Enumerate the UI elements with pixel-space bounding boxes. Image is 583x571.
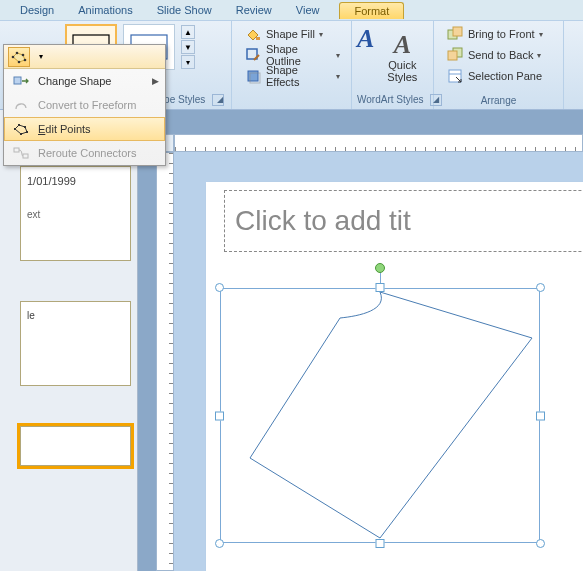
menu-change-shape-label: Change Shape: [38, 75, 146, 87]
rotate-handle[interactable]: [375, 263, 385, 273]
bring-front-label: Bring to Front: [468, 28, 535, 40]
pencil-outline-icon: [245, 47, 261, 63]
svg-rect-24: [23, 154, 28, 158]
tab-animations[interactable]: Animations: [66, 1, 144, 19]
menu-convert-freeform-label: Convert to Freeform: [38, 99, 159, 111]
handle-sw[interactable]: [215, 539, 224, 548]
selected-shape[interactable]: [220, 288, 540, 543]
svg-point-14: [22, 53, 25, 56]
slide-canvas[interactable]: Click to add tit: [206, 182, 583, 571]
title-placeholder-text: Click to add tit: [235, 205, 411, 237]
ribbon-tabs: Design Animations Slide Show Review View…: [0, 0, 583, 20]
handle-s[interactable]: [376, 539, 385, 548]
svg-point-15: [24, 58, 27, 61]
slide-thumb-1[interactable]: 1/01/1999 ext: [20, 166, 131, 261]
bring-front-icon: [447, 26, 463, 42]
menu-change-shape[interactable]: Change Shape ▶: [4, 69, 165, 93]
menu-reroute-label: Reroute Connectors: [38, 147, 159, 159]
gallery-more[interactable]: ▾: [181, 55, 195, 69]
menu-reroute-connectors: Reroute Connectors: [4, 141, 165, 165]
selection-pane-button[interactable]: Selection Pane: [441, 66, 558, 86]
send-back-label: Send to Back: [468, 49, 533, 61]
tab-slideshow[interactable]: Slide Show: [145, 1, 224, 19]
slide-thumb-3[interactable]: [20, 426, 131, 466]
shape-effects-button[interactable]: Shape Effects▾: [239, 66, 346, 86]
slide-date-text: 1/01/1999: [27, 175, 124, 187]
slide-panel: 1/01/1999 ext le: [0, 110, 138, 571]
group-wordart-styles: A A Quick Styles WordArt Styles ◢: [352, 21, 434, 109]
svg-rect-21: [26, 131, 28, 133]
tab-design[interactable]: Design: [8, 1, 66, 19]
tab-view[interactable]: View: [284, 1, 332, 19]
svg-rect-9: [448, 51, 457, 60]
svg-rect-2: [256, 37, 260, 40]
handle-nw[interactable]: [215, 283, 224, 292]
svg-rect-23: [14, 148, 19, 152]
svg-rect-22: [20, 133, 22, 135]
edit-shape-icon: [11, 50, 27, 64]
menu-convert-freeform: Convert to Freeform: [4, 93, 165, 117]
handle-ne[interactable]: [536, 283, 545, 292]
shape-outline-button[interactable]: Shape Outline▾: [239, 45, 346, 65]
freeform-shape[interactable]: [220, 288, 540, 543]
edit-shape-split-button[interactable]: [8, 47, 30, 67]
shape-fill-button[interactable]: Shape Fill▾: [239, 24, 346, 44]
menu-edit-points[interactable]: Edit Points: [4, 117, 165, 141]
group-arrange: Bring to Front▾ Send to Back▾ Selection …: [434, 21, 564, 109]
tab-review[interactable]: Review: [224, 1, 284, 19]
svg-rect-17: [14, 77, 21, 84]
title-placeholder[interactable]: Click to add tit: [224, 190, 583, 252]
bucket-icon: [245, 26, 261, 42]
gallery-scroll-down[interactable]: ▼: [181, 40, 195, 54]
handle-w[interactable]: [215, 411, 224, 420]
svg-rect-18: [14, 128, 16, 130]
submenu-arrow-icon: ▶: [152, 76, 159, 86]
editor-gutter-left: [138, 134, 156, 571]
selection-pane-icon: [447, 68, 463, 84]
shape-effects-label: Shape Effects: [266, 64, 332, 88]
group-shape-format: Shape Fill▾ Shape Outline▾ Shape Effects…: [232, 21, 352, 109]
reroute-icon: [10, 144, 32, 162]
handle-se[interactable]: [536, 539, 545, 548]
handle-n[interactable]: [376, 283, 385, 292]
gallery-scroll-up[interactable]: ▲: [181, 25, 195, 39]
svg-point-16: [18, 60, 21, 63]
group-label-wordart: WordArt Styles ◢: [357, 93, 428, 107]
handle-e[interactable]: [536, 411, 545, 420]
send-back-icon: [447, 47, 463, 63]
edit-shape-menu-header: ▾: [4, 45, 165, 69]
svg-rect-19: [18, 124, 20, 126]
svg-point-12: [12, 55, 15, 58]
svg-rect-20: [24, 126, 26, 128]
editor-gutter-top: [138, 110, 583, 134]
slide-text-label: ext: [27, 209, 124, 220]
ruler-horizontal[interactable]: [174, 134, 583, 152]
group-label-arrange: Arrange: [439, 94, 558, 107]
menu-edit-points-label: Edit Points: [38, 123, 159, 135]
svg-point-13: [16, 51, 19, 54]
change-shape-icon: [10, 72, 32, 90]
slide-thumb-2[interactable]: le: [20, 301, 131, 386]
edit-shape-menu: ▾ Change Shape ▶ Convert to Freeform Edi…: [3, 44, 166, 166]
selection-pane-label: Selection Pane: [468, 70, 542, 82]
send-to-back-button[interactable]: Send to Back▾: [441, 45, 558, 65]
tab-format[interactable]: Format: [339, 2, 404, 19]
shape-styles-dialog-launcher[interactable]: ◢: [212, 94, 224, 106]
svg-rect-7: [453, 27, 462, 36]
quick-styles-label: Quick Styles: [387, 60, 417, 83]
wordart-sample-1: A: [357, 24, 374, 54]
quick-styles-button[interactable]: A Quick Styles: [378, 24, 426, 90]
slide-le-text: le: [27, 310, 124, 321]
effects-icon: [245, 68, 261, 84]
ruler-vertical[interactable]: [156, 152, 174, 571]
edit-points-icon: [10, 120, 32, 138]
bring-to-front-button[interactable]: Bring to Front▾: [441, 24, 558, 44]
convert-freeform-icon: [10, 96, 32, 114]
shape-fill-label: Shape Fill: [266, 28, 315, 40]
slide-editor: Click to add tit: [138, 110, 583, 571]
edit-shape-dropdown-toggle[interactable]: ▾: [30, 47, 52, 67]
